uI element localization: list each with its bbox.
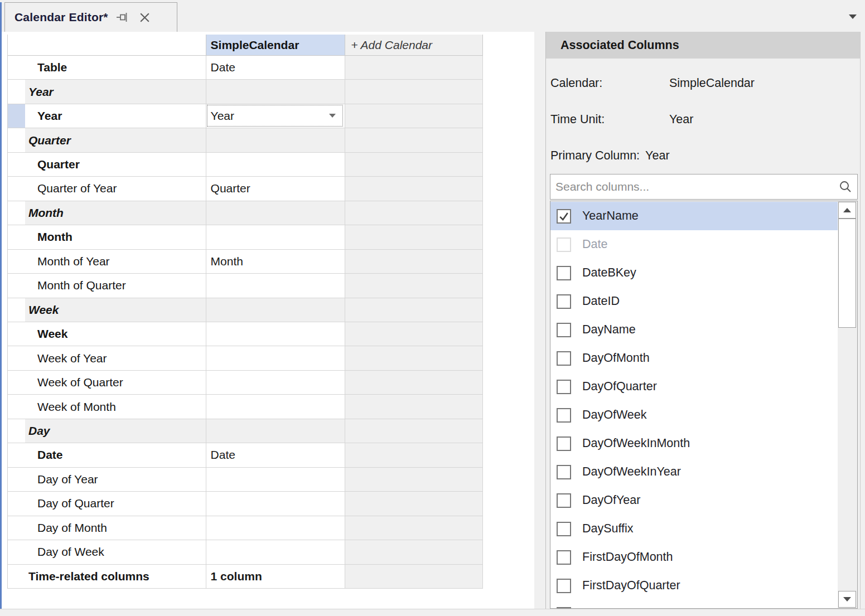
checkbox[interactable] <box>557 209 571 224</box>
row-selector[interactable] <box>8 201 25 225</box>
row-selector[interactable] <box>8 177 25 200</box>
row-value[interactable] <box>206 516 345 540</box>
row-value[interactable]: 1 column <box>206 565 345 588</box>
list-item-label: DayName <box>582 323 636 337</box>
list-item[interactable]: FirstDayOfQuarter <box>550 571 838 600</box>
search-box[interactable] <box>550 174 858 200</box>
scroll-up-icon[interactable] <box>838 202 856 219</box>
row-value[interactable] <box>206 468 345 491</box>
grid-row: DateDate <box>8 443 483 467</box>
row-selector[interactable] <box>8 225 25 249</box>
row-selector[interactable] <box>8 540 25 564</box>
grid-row: Day of Quarter <box>8 492 483 516</box>
scrollbar-thumb[interactable] <box>838 219 856 328</box>
row-selector[interactable] <box>8 250 25 273</box>
checkbox[interactable] <box>557 266 571 280</box>
checkbox[interactable] <box>557 408 571 423</box>
list-item[interactable]: Date <box>550 230 838 259</box>
year-dropdown[interactable]: Year <box>207 105 344 127</box>
list-item[interactable]: DayName <box>550 316 838 344</box>
scroll-down-icon[interactable] <box>838 591 856 608</box>
row-value[interactable] <box>206 419 345 443</box>
checkbox[interactable] <box>557 323 571 337</box>
row-selector[interactable] <box>8 56 25 79</box>
calendar-column-header[interactable]: SimpleCalendar <box>206 35 345 55</box>
checkbox[interactable] <box>557 237 571 252</box>
row-selector[interactable] <box>8 346 25 370</box>
row-selector[interactable] <box>8 80 25 103</box>
row-value[interactable] <box>206 371 345 394</box>
checkbox[interactable] <box>557 522 571 536</box>
checkbox[interactable] <box>557 465 571 479</box>
checkbox[interactable] <box>557 351 571 366</box>
list-item[interactable]: FirstDayOfMonth <box>550 543 838 571</box>
grid-row: Day of Month <box>8 516 483 540</box>
row-value[interactable] <box>206 274 345 297</box>
checkbox[interactable] <box>557 380 571 394</box>
row-selector[interactable] <box>8 443 25 467</box>
list-item[interactable]: DayOfWeekInYear <box>550 458 838 486</box>
grid-row: Week <box>8 322 483 346</box>
checkbox[interactable] <box>557 493 571 508</box>
list-item[interactable]: DaySuffix <box>550 515 838 543</box>
row-value[interactable] <box>206 346 345 370</box>
list-item[interactable]: DateID <box>550 287 838 316</box>
row-value[interactable] <box>206 153 345 176</box>
row-label: Time-related columns <box>25 565 206 588</box>
row-selector[interactable] <box>8 516 25 540</box>
row-value[interactable]: Date <box>206 443 345 467</box>
search-input[interactable] <box>550 174 839 199</box>
tab-bar: Calendar Editor* <box>0 0 865 32</box>
add-calendar-button[interactable]: + Add Calendar <box>345 35 483 55</box>
row-value[interactable]: Quarter <box>206 177 345 200</box>
list-item[interactable]: DayOfYear <box>550 486 838 515</box>
row-value[interactable] <box>206 225 345 249</box>
checkbox[interactable] <box>557 436 571 451</box>
row-value[interactable] <box>206 395 345 418</box>
row-selector[interactable] <box>8 395 25 418</box>
row-add-calendar-cell <box>345 104 483 128</box>
row-selector[interactable] <box>8 468 25 491</box>
row-selector[interactable] <box>8 104 25 128</box>
list-item[interactable]: DayOfWeek <box>550 401 838 429</box>
checkbox[interactable] <box>557 294 571 309</box>
row-label: Day <box>25 419 206 443</box>
row-selector[interactable] <box>8 322 25 346</box>
checkbox[interactable] <box>557 550 571 565</box>
row-selector[interactable] <box>8 298 25 322</box>
list-item[interactable]: DayOfMonth <box>550 344 838 372</box>
row-value[interactable] <box>206 128 345 152</box>
row-value[interactable] <box>206 492 345 515</box>
row-selector[interactable] <box>8 128 25 152</box>
row-value[interactable] <box>206 322 345 346</box>
row-selector[interactable] <box>8 371 25 394</box>
row-selector[interactable] <box>8 153 25 176</box>
row-value[interactable] <box>206 298 345 322</box>
chevron-down-icon[interactable] <box>849 14 857 19</box>
list-item-partial[interactable] <box>550 600 838 609</box>
row-value[interactable]: Year <box>206 104 345 128</box>
list-item[interactable]: DateBKey <box>550 259 838 287</box>
row-selector[interactable] <box>8 492 25 515</box>
row-value[interactable] <box>206 80 345 103</box>
row-value[interactable]: Month <box>206 250 345 273</box>
row-selector[interactable] <box>8 565 25 588</box>
list-item[interactable]: YearName <box>550 202 838 230</box>
row-add-calendar-cell <box>345 298 483 322</box>
row-value[interactable] <box>206 201 345 225</box>
row-selector[interactable] <box>8 419 25 443</box>
checkbox[interactable] <box>557 579 571 593</box>
list-item[interactable]: DayOfQuarter <box>550 372 838 401</box>
info-value: Year <box>669 113 693 127</box>
columns-list: YearNameDateDateBKeyDateIDDayNameDayOfMo… <box>550 201 858 609</box>
close-icon[interactable] <box>138 11 151 24</box>
row-label: Week of Year <box>25 346 206 370</box>
list-item[interactable]: DayOfWeekInMonth <box>550 429 838 458</box>
row-value[interactable]: Date <box>206 56 345 79</box>
row-value[interactable] <box>206 540 345 564</box>
pin-icon[interactable] <box>116 11 131 23</box>
row-label: Day of Month <box>25 516 206 540</box>
row-selector[interactable] <box>8 274 25 297</box>
tab-calendar-editor[interactable]: Calendar Editor* <box>4 2 177 32</box>
scrollbar[interactable] <box>838 201 857 608</box>
